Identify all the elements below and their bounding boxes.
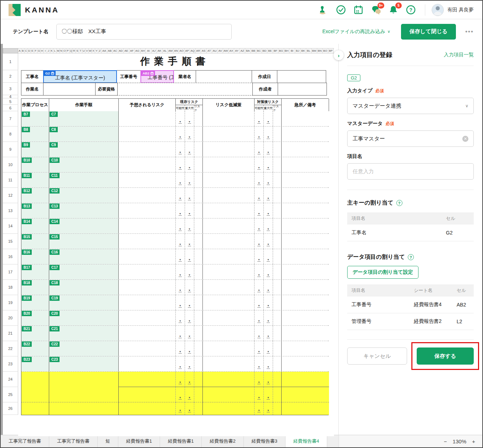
yellow-cell[interactable] xyxy=(194,387,203,402)
sheet-tab[interactable]: 経費報告書2 xyxy=(202,435,243,447)
dropdown-cell[interactable]: ▼ xyxy=(255,326,264,341)
risk-cell[interactable] xyxy=(273,218,282,233)
clear-icon[interactable]: ✕ xyxy=(462,136,468,142)
column-letter[interactable]: T xyxy=(79,48,82,53)
mitigation-cell[interactable] xyxy=(203,295,255,310)
column-letter[interactable]: AX xyxy=(229,48,235,53)
column-letter[interactable]: BB xyxy=(251,48,257,53)
notes-cell[interactable] xyxy=(282,234,329,249)
save-close-button[interactable]: 保存して閉じる xyxy=(401,24,456,40)
dropdown-arrow-icon[interactable]: ▼ xyxy=(257,335,261,338)
dropdown-cell[interactable]: ▼ xyxy=(185,280,194,295)
dropdown-arrow-icon[interactable]: ▼ xyxy=(179,136,182,139)
table-row[interactable]: 工事名G2 xyxy=(347,225,474,241)
risk-cell[interactable] xyxy=(273,356,282,371)
risk-cell[interactable] xyxy=(194,249,203,264)
dropdown-arrow-icon[interactable]: ▼ xyxy=(267,151,270,154)
dropdown-arrow-icon[interactable]: ▼ xyxy=(188,289,191,292)
kanna-logo[interactable] xyxy=(9,4,21,16)
notes-cell[interactable] xyxy=(282,203,329,218)
dropdown-cell[interactable]: ▼ xyxy=(176,387,185,402)
row-number[interactable]: 11 xyxy=(3,172,18,188)
dropdown-arrow-icon[interactable]: ▼ xyxy=(257,243,261,246)
dropdown-cell[interactable]: ▼ xyxy=(176,310,185,325)
dropdown-arrow-icon[interactable]: ▼ xyxy=(188,228,191,231)
zoom-out-button[interactable]: − xyxy=(444,438,447,444)
notes-cell[interactable] xyxy=(282,157,329,172)
dropdown-cell[interactable]: ▼ xyxy=(176,234,185,249)
row-number[interactable]: 15 xyxy=(3,234,18,249)
row-number[interactable]: 17 xyxy=(3,264,18,280)
column-letter[interactable]: BN xyxy=(317,48,323,53)
process-cell[interactable]: B8 xyxy=(21,127,49,141)
user-avatar[interactable] xyxy=(432,4,444,16)
dropdown-arrow-icon[interactable]: ▼ xyxy=(267,243,270,246)
sheet-tab-active[interactable]: 経費報告書4 xyxy=(286,435,327,447)
process-cell[interactable]: B21 xyxy=(21,326,49,341)
dropdown-cell[interactable]: ▼ xyxy=(255,249,264,264)
column-letter[interactable]: BC xyxy=(256,48,262,53)
row-number[interactable]: 21 xyxy=(3,326,18,341)
dropdown-arrow-icon[interactable]: ▼ xyxy=(179,258,182,262)
dropdown-cell[interactable]: ▼ xyxy=(185,264,194,279)
risk-cell[interactable] xyxy=(273,188,282,203)
dropdown-cell[interactable]: ▼ xyxy=(264,310,273,325)
input-type-select[interactable]: マスターデータ連携 ∨ xyxy=(347,98,474,114)
dropdown-cell[interactable]: ▼ xyxy=(176,203,185,218)
dropdown-arrow-icon[interactable]: ▼ xyxy=(267,366,270,369)
dropdown-cell[interactable]: ▼ xyxy=(185,387,194,402)
dropdown-cell[interactable]: ▼ xyxy=(264,111,273,126)
sheet-tab[interactable]: 経費報告書1 xyxy=(160,435,202,447)
risk-cell[interactable] xyxy=(273,280,282,295)
column-letter[interactable]: AD xyxy=(118,48,124,53)
row-number[interactable]: 23 xyxy=(3,356,18,372)
procedure-cell[interactable]: C20 xyxy=(49,310,119,325)
column-letter[interactable]: AM xyxy=(168,48,174,53)
dropdown-cell[interactable]: ▼ xyxy=(176,264,185,279)
column-letter[interactable]: BD xyxy=(262,48,268,53)
risk-cell[interactable] xyxy=(273,203,282,218)
column-letter[interactable]: AJ xyxy=(151,48,157,53)
column-letter[interactable]: BE xyxy=(267,48,273,53)
dropdown-arrow-icon[interactable]: ▼ xyxy=(188,166,191,170)
column-letter[interactable]: AR xyxy=(196,48,201,53)
help-icon[interactable]: ? xyxy=(406,5,416,15)
row-number[interactable]: 25 xyxy=(3,387,18,402)
mitigation-cell[interactable] xyxy=(203,326,255,341)
dropdown-arrow-icon[interactable]: ▼ xyxy=(188,182,191,185)
risk-cell[interactable] xyxy=(194,172,203,187)
mitigation-cell[interactable] xyxy=(203,188,255,203)
dropdown-arrow-icon[interactable]: ▼ xyxy=(257,350,261,354)
notes-cell[interactable] xyxy=(282,218,329,233)
column-letter[interactable]: W xyxy=(89,48,92,53)
dropdown-arrow-icon[interactable]: ▼ xyxy=(179,151,182,154)
row-number[interactable]: 1 xyxy=(3,53,18,70)
column-letter[interactable]: E xyxy=(31,48,34,53)
dropdown-arrow-icon[interactable]: ▼ xyxy=(188,366,191,369)
mitigation-cell[interactable] xyxy=(203,234,255,249)
column-letter[interactable]: BO xyxy=(323,48,328,53)
dropdown-cell[interactable]: ▼ xyxy=(176,402,185,415)
risk-cell[interactable] xyxy=(194,310,203,325)
dropdown-arrow-icon[interactable]: ▼ xyxy=(257,304,261,308)
column-letter[interactable]: B xyxy=(21,48,25,53)
dropdown-cell[interactable]: ▼ xyxy=(264,326,273,341)
dropdown-arrow-icon[interactable]: ▼ xyxy=(267,120,270,124)
dropdown-cell[interactable]: ▼ xyxy=(255,111,264,126)
column-letter[interactable]: Q xyxy=(70,48,73,53)
dropdown-arrow-icon[interactable]: ▼ xyxy=(179,335,182,338)
dropdown-arrow-icon[interactable]: ▼ xyxy=(267,212,270,216)
expected-risk-cell[interactable] xyxy=(119,142,176,157)
expected-risk-cell[interactable] xyxy=(119,280,176,295)
dropdown-cell[interactable]: ▼ xyxy=(185,218,194,233)
dropdown-cell[interactable]: ▼ xyxy=(176,111,185,126)
column-letter[interactable]: BM xyxy=(312,48,317,53)
expected-risk-cell[interactable] xyxy=(119,341,176,356)
process-cell[interactable]: B19 xyxy=(21,295,49,310)
dropdown-arrow-icon[interactable]: ▼ xyxy=(179,212,182,216)
column-letter[interactable]: S xyxy=(76,48,79,53)
yellow-cell[interactable] xyxy=(282,402,329,415)
mitigation-cell[interactable] xyxy=(203,264,255,279)
row-number[interactable]: 7 xyxy=(3,111,18,127)
dropdown-cell[interactable]: ▼ xyxy=(255,142,264,157)
